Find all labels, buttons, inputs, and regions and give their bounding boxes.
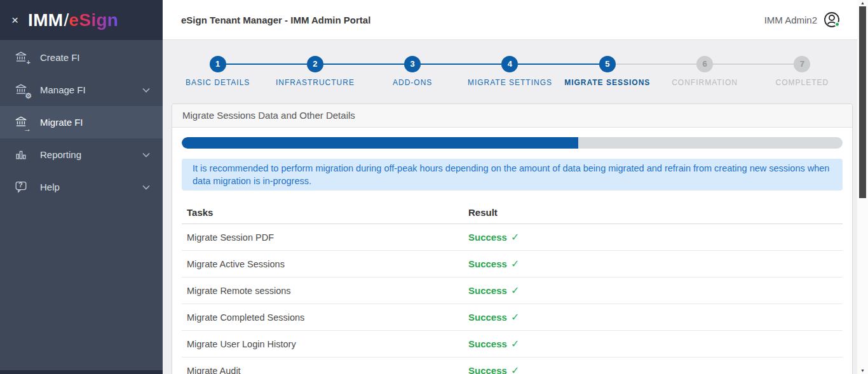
- success-label: Success: [468, 312, 507, 323]
- sidebar: × IMM/eSign + Create FI ⚙ Manage FI → Mi…: [0, 0, 163, 374]
- migration-stepper: 1 BASIC DETAILS 2 INFRASTRUCTURE 3 ADD-O…: [163, 40, 857, 87]
- help-bubble-icon: ?: [14, 180, 29, 195]
- migration-progress-bar: [182, 137, 843, 149]
- user-name: IMM Admin2: [764, 15, 817, 25]
- step-label: INFRASTRUCTURE: [266, 78, 363, 87]
- info-alert-text: It is recommended to perform migration d…: [193, 163, 829, 186]
- page-title: eSign Tenant Manager - IMM Admin Portal: [181, 15, 370, 25]
- chevron-down-icon[interactable]: [142, 88, 150, 93]
- sidebar-item-label: Help: [40, 182, 60, 192]
- sidebar-item-label: Create FI: [40, 52, 80, 63]
- scroll-up-arrow-icon[interactable]: ▲: [857, 1, 868, 6]
- tasks-table: Tasks Result Migrate Session PDF Success…: [182, 201, 843, 374]
- bank-plus-icon: +: [14, 50, 29, 65]
- stepper-step-migrate-settings: 4 MIGRATE SETTINGS: [461, 56, 559, 87]
- check-icon: ✓: [511, 285, 519, 296]
- bank-arrow-icon: →: [14, 115, 29, 130]
- step-number-circle[interactable]: 5: [599, 56, 616, 72]
- scroll-down-arrow-icon[interactable]: ▼: [857, 368, 868, 373]
- step-number-circle[interactable]: 7: [794, 56, 810, 72]
- table-row: Migrate User Login History Success✓: [182, 331, 843, 357]
- result-column-header: Result: [463, 201, 843, 224]
- stepper-step-infrastructure: 2 INFRASTRUCTURE: [266, 56, 363, 87]
- task-result-cell: Success✓: [463, 224, 843, 251]
- logo-imm: IMM: [28, 10, 63, 30]
- success-label: Success: [468, 338, 507, 349]
- scrollbar-thumb[interactable]: [859, 6, 866, 198]
- step-number-circle[interactable]: 4: [501, 56, 518, 72]
- task-name-cell: Migrate Active Sessions: [182, 251, 463, 277]
- task-result-cell: Success✓: [463, 331, 843, 357]
- sidebar-footer-strip: [0, 370, 163, 374]
- vertical-scrollbar[interactable]: ▲ ▼: [857, 0, 868, 374]
- logo-esign: eSign: [69, 10, 119, 30]
- sidebar-menu: + Create FI ⚙ Manage FI → Migrate FI Rep…: [0, 40, 163, 203]
- step-label: MIGRATE SESSIONS: [559, 78, 656, 87]
- main-area: eSign Tenant Manager - IMM Admin Portal …: [163, 0, 857, 374]
- bank-gear-icon: ⚙: [14, 83, 29, 98]
- step-label: CONFIRMATION: [656, 78, 753, 87]
- tasks-table-header-row: Tasks Result: [182, 201, 843, 224]
- close-icon[interactable]: ×: [11, 14, 18, 26]
- panel-title: Migrate Sessions Data and Other Details: [172, 104, 852, 128]
- sidebar-item-create-fi[interactable]: + Create FI: [0, 41, 163, 74]
- success-label: Success: [468, 258, 507, 269]
- task-name-cell: Migrate Session PDF: [182, 224, 463, 251]
- tasks-column-header: Tasks: [182, 201, 463, 224]
- step-number-circle[interactable]: 3: [404, 56, 421, 72]
- check-icon: ✓: [511, 365, 519, 374]
- stepper-step-confirmation: 6 CONFIRMATION: [656, 56, 753, 87]
- check-icon: ✓: [511, 338, 519, 349]
- table-row: Migrate Audit Success✓: [182, 357, 843, 374]
- task-name-cell: Migrate Completed Sessions: [182, 304, 463, 331]
- bar-chart-icon: [14, 147, 29, 163]
- success-label: Success: [468, 232, 507, 243]
- user-circle-icon[interactable]: [823, 11, 841, 29]
- task-name-cell: Migrate User Login History: [182, 331, 463, 357]
- step-number-circle[interactable]: 2: [307, 56, 323, 72]
- success-label: Success: [468, 285, 507, 296]
- migration-progress-fill: [182, 137, 578, 149]
- sidebar-item-label: Migrate FI: [40, 117, 83, 128]
- tasks-table-body: Migrate Session PDF Success✓ Migrate Act…: [182, 224, 843, 374]
- imm-esign-logo: IMM/eSign: [28, 10, 118, 30]
- check-icon: ✓: [511, 258, 519, 269]
- stepper-step-completed: 7 COMPLETED: [754, 56, 851, 87]
- success-label: Success: [468, 365, 507, 374]
- step-label: BASIC DETAILS: [169, 78, 266, 87]
- task-name-cell: Migrate Remote sessions: [182, 277, 463, 304]
- info-alert: It is recommended to perform migration d…: [182, 159, 843, 190]
- migrate-sessions-panel: Migrate Sessions Data and Other Details …: [172, 104, 853, 374]
- check-icon: ✓: [511, 312, 519, 323]
- step-label: COMPLETED: [754, 78, 851, 87]
- sidebar-item-help[interactable]: ? Help: [0, 171, 163, 203]
- check-icon: ✓: [511, 232, 519, 243]
- table-row: Migrate Session PDF Success✓: [182, 224, 843, 251]
- step-number-circle[interactable]: 1: [210, 56, 226, 72]
- task-result-cell: Success✓: [463, 251, 843, 277]
- stepper-step-migrate-sessions: 5 MIGRATE SESSIONS: [559, 56, 656, 87]
- sidebar-item-label: Reporting: [40, 149, 81, 160]
- task-result-cell: Success✓: [463, 277, 843, 304]
- step-label: ADD-ONS: [364, 78, 461, 87]
- sidebar-item-manage-fi[interactable]: ⚙ Manage FI: [0, 74, 163, 106]
- table-row: Migrate Completed Sessions Success✓: [182, 304, 843, 331]
- panel-body: It is recommended to perform migration d…: [172, 128, 852, 374]
- top-header-bar: eSign Tenant Manager - IMM Admin Portal …: [163, 0, 857, 40]
- stepper-step-basic-details: 1 BASIC DETAILS: [169, 56, 266, 87]
- task-result-cell: Success✓: [463, 304, 843, 331]
- sidebar-item-migrate-fi[interactable]: → Migrate FI: [0, 106, 163, 138]
- table-row: Migrate Active Sessions Success✓: [182, 251, 843, 277]
- task-result-cell: Success✓: [463, 357, 843, 374]
- stepper-step-add-ons: 3 ADD-ONS: [364, 56, 461, 87]
- sidebar-item-label: Manage FI: [40, 84, 86, 95]
- sidebar-logo-bar: × IMM/eSign: [0, 0, 163, 40]
- chevron-down-icon[interactable]: [142, 185, 150, 190]
- table-row: Migrate Remote sessions Success✓: [182, 277, 843, 304]
- sidebar-item-reporting[interactable]: Reporting: [0, 138, 163, 171]
- task-name-cell: Migrate Audit: [182, 357, 463, 374]
- logo-slash: /: [64, 10, 69, 30]
- chevron-down-icon[interactable]: [142, 152, 150, 157]
- user-menu[interactable]: IMM Admin2: [764, 11, 841, 29]
- step-number-circle[interactable]: 6: [696, 56, 713, 72]
